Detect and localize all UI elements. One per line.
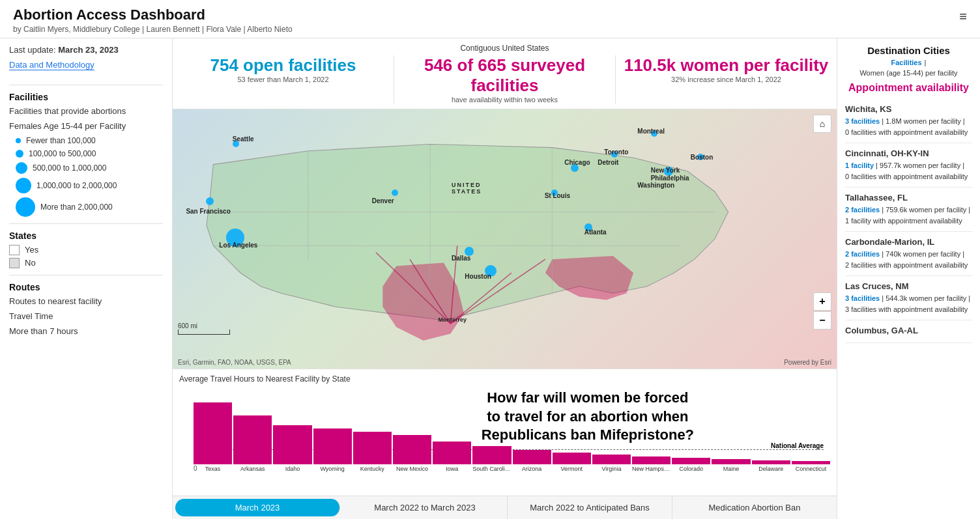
chart-bar-colorado [672, 458, 710, 464]
city-wichita-stat: 3 facilities | 1.8M women per facility |… [845, 116, 972, 137]
city-carbondale-stat: 2 facilities | 740k women per facility |… [845, 249, 972, 270]
data-methodology-link[interactable]: Data and Methodology [9, 60, 94, 70]
app-subtitle: by Caitlin Myers, Middlebury College | L… [13, 25, 293, 34]
last-update: Last update: March 23, 2023 [9, 45, 163, 55]
map-zoom-in[interactable]: + [813, 292, 831, 311]
map-area[interactable]: Seattle San Francisco Los Angeles Denver… [173, 109, 837, 369]
label-la: Los Angeles [219, 242, 257, 249]
chart-bar-delaware [752, 460, 790, 464]
women-per-sub: 32% increase since March 1, 2022 [622, 76, 830, 83]
city-carbondale-facilities: 2 facilities [845, 250, 880, 258]
routes-item-3: More than 7 hours [9, 326, 163, 337]
women-per-facility: 110.5k women per facility [622, 55, 830, 76]
tab-march-2022-bans[interactable]: March 2022 to Anticipated Bans [508, 496, 672, 519]
chart-title: Average Travel Hours to Nearest Facility… [179, 374, 830, 384]
center-content: Contiguous United States 754 open facili… [173, 38, 837, 519]
facilities-item-2: Females Age 15-44 per Facility [9, 121, 163, 132]
city-wichita: Wichita, KS 3 facilities | 1.8M women pe… [845, 99, 972, 143]
chart-y-0: 0 [194, 465, 197, 472]
map-background: Seattle San Francisco Los Angeles Denver… [173, 109, 837, 369]
city-tallahassee-appt-count: 1 [845, 217, 849, 225]
menu-icon[interactable]: ≡ [959, 9, 967, 24]
city-wichita-facilities: 3 facilities [845, 117, 880, 125]
left-sidebar: Last update: March 23, 2023 Data and Met… [0, 38, 173, 519]
stat-surveyed: 546 of 665 surveyed facilities have avai… [394, 55, 616, 104]
city-wichita-appt-count: 0 [845, 128, 849, 136]
label-dallas: Dallas [452, 255, 470, 262]
chart-x-label-colorado: Colorado [672, 466, 710, 472]
city-wichita-women: 1.8M women per facility [886, 117, 961, 125]
city-cincinnati-appt-label: facilities with appointment availability [851, 173, 968, 180]
right-tab-facilities[interactable]: Facilities [891, 59, 922, 66]
city-tallahassee: Tallahassee, FL 2 facilities | 759.6k wo… [845, 188, 972, 232]
chart-x-label-arkansas: Arkansas [233, 466, 272, 472]
right-tabs: Facilities | Women (age 15-44) per facil… [845, 59, 972, 77]
city-cincinnati: Cincinnati, OH-KY-IN 1 facility | 957.7k… [845, 143, 972, 188]
chart-x-label-new-hampshire: New Hampshire [632, 466, 670, 472]
chart-x-label-idaho: Idaho [273, 466, 311, 472]
city-columbus: Columbus, GA-AL [845, 320, 972, 343]
tab-medication-ban[interactable]: Medication Abortion Ban [672, 496, 837, 519]
chart-x-label-south-carolina: South Carolina [472, 466, 511, 472]
state-yes-row: Yes [9, 245, 163, 255]
legend-dot-xl [16, 197, 35, 217]
dot-sf [206, 197, 214, 205]
legend-dot-sm [16, 150, 23, 158]
main-row: Last update: March 23, 2023 Data and Met… [0, 38, 980, 519]
right-tab-women[interactable]: Women (age 15-44) per facility [859, 69, 957, 77]
divider-3 [9, 275, 163, 275]
app-title: Abortion Access Dashboard [13, 7, 293, 23]
chart-x-label-connecticut: Connecticut [792, 466, 830, 472]
stats-row: 754 open facilities 53 fewer than March … [173, 55, 837, 104]
chart-x-label-new-mexico: New Mexico [393, 466, 431, 472]
chart-bars [194, 386, 830, 464]
state-yes-label: Yes [25, 245, 38, 255]
city-cincinnati-name: Cincinnati, OH-KY-IN [845, 148, 972, 158]
map-powered-by: Powered by Esri [784, 359, 831, 366]
label-newyork: New York [651, 167, 680, 174]
svg-line-7 [450, 273, 512, 324]
city-lascruces-appt-label: facilities with appointment availability [851, 305, 968, 313]
header: Abortion Access Dashboard by Caitlin Mye… [0, 0, 980, 38]
open-facilities-sub: 53 fewer than March 1, 2022 [179, 76, 387, 83]
divider-2 [9, 223, 163, 224]
dot-denver [392, 189, 398, 196]
legend-label-2: 100,000 to 500,000 [29, 149, 96, 158]
tab-march-2022-2023[interactable]: March 2022 to March 2023 [343, 496, 508, 519]
header-text: Abortion Access Dashboard by Caitlin Mye… [13, 7, 293, 34]
map-scale-label: 600 mi [178, 322, 230, 330]
legend-label-3: 500,000 to 1,000,000 [33, 163, 106, 173]
right-title: Destination Cities [845, 45, 972, 56]
label-seattle: Seattle [233, 135, 254, 143]
stat-women-per: 110.5k women per facility 32% increase s… [616, 55, 837, 104]
tab-march-2023[interactable]: March 2023 [175, 499, 340, 516]
stats-bar: Contiguous United States 754 open facili… [173, 38, 837, 109]
map-home-button[interactable]: ⌂ [813, 115, 831, 133]
routes-item-1: Routes to nearest facility [9, 296, 163, 307]
city-tallahassee-stat: 2 facilities | 759.6k women per facility… [845, 204, 972, 226]
label-detroit: Detroit [598, 159, 618, 166]
legend: Fewer than 100,000 100,000 to 500,000 50… [16, 136, 163, 217]
right-tab-appointment[interactable]: Appointment availability [848, 82, 969, 93]
chart-x-label-kentucky: Kentucky [353, 466, 392, 472]
chart-bar-new-hampshire [632, 456, 670, 464]
app-container: Abortion Access Dashboard by Caitlin Mye… [0, 0, 980, 519]
chart-bar-south-carolina [472, 446, 511, 464]
legend-dot-md [16, 162, 27, 174]
label-washington: Washington [637, 182, 674, 189]
label-monterrey: Monterrey [439, 316, 467, 323]
map-zoom-out[interactable]: − [813, 311, 831, 330]
legend-dot-xs [16, 138, 21, 143]
chart-bar-new-mexico [393, 435, 431, 464]
map-attribution: Esri, Garmin, FAO, NOAA, USGS, EPA [178, 359, 291, 366]
city-cincinnati-facilities: 1 facility [845, 161, 874, 169]
chart-bar-texas [194, 402, 232, 464]
facilities-section-title: Facilities [9, 92, 163, 102]
region-label: Contiguous United States [173, 44, 837, 53]
city-cincinnati-appt-count: 0 [845, 173, 849, 180]
city-carbondale-women: 740k women per facility [886, 250, 960, 258]
right-tab-appointment-row: Appointment availability [845, 82, 972, 94]
routes-item-2: Travel Time [9, 311, 163, 322]
chart-x-label-delaware: Delaware [752, 466, 790, 472]
legend-row-4: 1,000,000 to 2,000,000 [16, 178, 163, 193]
